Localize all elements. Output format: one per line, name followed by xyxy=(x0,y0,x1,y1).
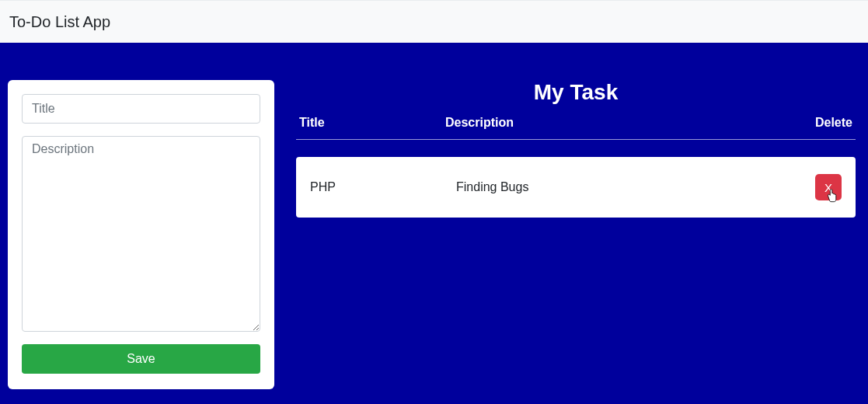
column-header-description: Description xyxy=(445,116,806,130)
column-header-title: Title xyxy=(299,116,445,130)
task-title-cell: PHP xyxy=(310,180,456,194)
task-form-card: Save xyxy=(8,80,274,389)
task-panel-heading: My Task xyxy=(296,80,856,105)
delete-button[interactable]: X xyxy=(815,174,842,200)
app-header: To-Do List App xyxy=(0,0,868,43)
title-input[interactable] xyxy=(22,94,260,124)
save-button[interactable]: Save xyxy=(22,344,260,374)
task-description-cell: Finding Bugs xyxy=(456,180,795,194)
header-divider xyxy=(296,139,856,140)
task-row: PHP Finding Bugs X xyxy=(296,157,856,218)
task-delete-cell: X xyxy=(795,174,842,200)
task-header-row: Title Description Delete xyxy=(296,116,856,139)
description-input[interactable] xyxy=(22,136,260,332)
app-title: To-Do List App xyxy=(9,13,110,31)
delete-button-label: X xyxy=(824,181,832,194)
column-header-delete: Delete xyxy=(806,116,852,130)
main-content: Save My Task Title Description Delete PH… xyxy=(0,43,868,404)
task-panel: My Task Title Description Delete PHP Fin… xyxy=(296,80,860,396)
